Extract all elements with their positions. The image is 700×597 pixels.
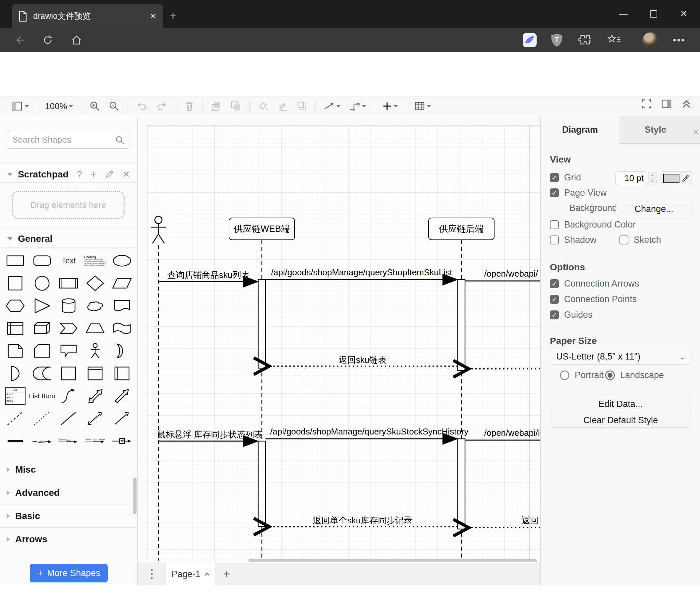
grid-checkbox-row[interactable]: ✓ Grid <box>550 172 581 183</box>
shape-cylinder[interactable] <box>55 294 82 317</box>
browser-tab[interactable]: drawio文件预览 ✕ <box>12 4 163 28</box>
undo-icon[interactable] <box>136 101 148 112</box>
line-color-icon[interactable] <box>277 100 288 112</box>
shape-arrow[interactable] <box>109 385 135 407</box>
background-color-checkbox-row[interactable]: Background Color <box>550 219 636 230</box>
shape-square[interactable] <box>2 272 28 294</box>
profile-avatar[interactable] <box>642 32 658 48</box>
shape-dotted-line[interactable] <box>28 407 55 430</box>
checkbox-checked-icon[interactable]: ✓ <box>550 310 559 319</box>
lifeline-web[interactable]: 供应链WEB端 <box>229 218 295 240</box>
scratchpad-section[interactable]: Scratchpad ? + ✕ <box>0 167 137 183</box>
section-advanced[interactable]: Advanced <box>0 482 137 504</box>
shape-link[interactable] <box>2 430 28 452</box>
shape-rectangle[interactable] <box>2 249 28 272</box>
to-front-icon[interactable] <box>211 100 222 112</box>
redo-icon[interactable] <box>156 101 168 112</box>
browser-menu-icon[interactable]: ••• <box>673 34 685 46</box>
shape-callout[interactable] <box>55 340 82 362</box>
radio-unselected-icon[interactable] <box>560 371 569 380</box>
tab-diagram[interactable]: Diagram <box>541 116 620 144</box>
message-label[interactable]: /api/goods/shopManage/queryShopItemSkuLi… <box>270 267 453 278</box>
edit-data-button[interactable]: Edit Data... <box>550 397 691 411</box>
collections-star-icon[interactable] <box>607 34 621 46</box>
message-label[interactable]: 鼠标悬浮 库存同步状态列表 <box>157 429 263 440</box>
search-input[interactable]: Search Shapes <box>7 131 130 149</box>
shape-cloud[interactable] <box>82 294 108 317</box>
checkbox-checked-icon[interactable]: ✓ <box>550 279 559 288</box>
shape-bidirectional-arrow[interactable] <box>82 385 108 407</box>
shape-curve[interactable] <box>55 385 82 407</box>
window-minimize-button[interactable]: — <box>619 9 628 19</box>
shape-vertical-container[interactable] <box>109 362 135 385</box>
checkbox-checked-icon[interactable]: ✓ <box>550 295 559 304</box>
shape-container-title[interactable] <box>82 362 108 385</box>
connection-points-checkbox-row[interactable]: ✓ Connection Points <box>550 294 637 305</box>
clear-default-style-button[interactable]: Clear Default Style <box>550 413 691 428</box>
section-arrows[interactable]: Arrows <box>0 528 137 551</box>
grid-size-input[interactable]: 10 pt <box>616 171 647 185</box>
checkbox-checked-icon[interactable]: ✓ <box>550 173 559 182</box>
shape-hexagon[interactable] <box>2 294 28 317</box>
shape-document[interactable] <box>109 294 135 317</box>
checkbox-unchecked-icon[interactable] <box>550 220 559 229</box>
message-label[interactable]: 返回sku链表 <box>296 354 429 366</box>
shape-internal-storage[interactable] <box>2 317 28 340</box>
tab-style[interactable]: Style <box>620 116 691 144</box>
scratchpad-close-icon[interactable]: ✕ <box>122 169 130 180</box>
shape-cube[interactable] <box>28 317 55 340</box>
shape-and[interactable] <box>2 362 28 385</box>
diagram-canvas[interactable]: 供应链WEB端 供应链后端 查询店铺商品sku列表 /api/goods/sho… <box>138 116 540 563</box>
shape-ellipse[interactable] <box>109 249 135 272</box>
message-label[interactable]: /open/webapi/item <box>484 428 540 438</box>
shape-arrow-box[interactable] <box>109 430 135 452</box>
window-close-button[interactable]: ✕ <box>680 9 688 19</box>
insert-button[interactable] <box>382 101 398 111</box>
shape-arrow-source[interactable]: Sourcelabel <box>55 430 82 452</box>
lifeline-backend[interactable]: 供应链后端 <box>428 218 495 240</box>
add-page-button[interactable]: + <box>215 563 238 586</box>
message-label[interactable]: /open/webapi/ <box>484 269 538 279</box>
back-icon[interactable] <box>14 34 25 46</box>
message-label[interactable]: 返回 <box>521 515 539 526</box>
shape-diamond[interactable] <box>82 272 108 294</box>
shape-rounded-rectangle[interactable] <box>28 249 55 272</box>
shape-line[interactable] <box>55 407 82 430</box>
sequence-diagram[interactable] <box>138 116 540 563</box>
shape-trapezoid[interactable] <box>82 317 108 340</box>
landscape-radio-row[interactable]: Landscape <box>605 370 664 380</box>
shape-dashed-line[interactable] <box>2 407 28 430</box>
shape-actor[interactable] <box>82 340 108 362</box>
shape-card[interactable] <box>28 340 55 362</box>
extension-shield-icon[interactable]: T <box>550 33 564 47</box>
shape-step[interactable] <box>55 317 82 340</box>
table-button[interactable] <box>414 101 431 111</box>
shape-arrow-label[interactable]: Label <box>28 430 55 452</box>
fullscreen-icon[interactable] <box>641 98 652 110</box>
collapse-toolbar-icon[interactable] <box>681 98 692 110</box>
scratchpad-dropzone[interactable]: Drag elements here <box>12 191 125 219</box>
shape-or[interactable] <box>109 340 135 362</box>
portrait-radio-row[interactable]: Portrait <box>560 370 604 380</box>
connection-arrows-checkbox-row[interactable]: ✓ Connection Arrows <box>550 279 639 289</box>
shape-container[interactable] <box>55 362 82 385</box>
extension-bird-icon[interactable] <box>522 33 537 47</box>
refresh-icon[interactable] <box>43 34 54 46</box>
section-general[interactable]: General <box>0 230 137 247</box>
shape-heading[interactable]: HeadingLorem ipsum dolor sit amet, conse… <box>82 249 108 272</box>
shape-list-item[interactable]: List Item <box>28 385 55 407</box>
background-change-button[interactable]: Change... <box>616 202 692 216</box>
connection-style-button[interactable] <box>324 101 341 111</box>
shape-data-storage[interactable] <box>28 362 55 385</box>
checkbox-checked-icon[interactable]: ✓ <box>550 188 559 197</box>
window-maximize-button[interactable] <box>650 10 657 18</box>
shape-tape[interactable] <box>109 317 135 340</box>
scratchpad-add-icon[interactable]: + <box>91 168 96 181</box>
shape-triangle[interactable] <box>28 294 55 317</box>
sketch-checkbox-row[interactable]: Sketch <box>620 235 661 245</box>
home-icon[interactable] <box>71 34 82 46</box>
shape-bidirectional-connector[interactable] <box>82 407 108 430</box>
zoom-level-button[interactable]: 100% <box>45 101 73 112</box>
checkbox-unchecked-icon[interactable] <box>550 236 559 244</box>
extensions-puzzle-icon[interactable] <box>577 33 591 47</box>
